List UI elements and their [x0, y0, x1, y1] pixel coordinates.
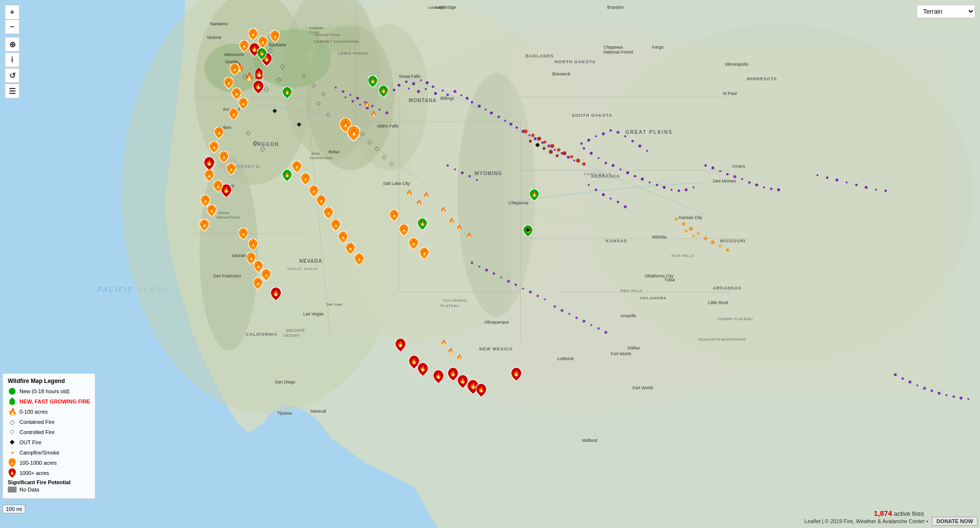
svg-point-70: [638, 145, 641, 147]
svg-point-66: [610, 129, 612, 132]
svg-text:Billings: Billings: [440, 96, 454, 101]
svg-point-43: [460, 94, 462, 96]
svg-text:Albuquerque: Albuquerque: [484, 320, 509, 325]
svg-text:Fort Worth: Fort Worth: [611, 351, 631, 356]
map-container[interactable]: PACIFIC OCEAN: [0, 0, 980, 528]
svg-point-67: [617, 131, 619, 134]
svg-point-65: [602, 132, 605, 135]
zoom-out-button[interactable]: −: [5, 19, 19, 34]
reset-button[interactable]: ↺: [5, 68, 19, 83]
legend-medium-fire-icon: 🔥: [8, 458, 17, 467]
svg-point-156: [478, 266, 480, 268]
svg-point-54: [528, 134, 530, 136]
svg-point-39: [434, 92, 437, 95]
legend-out-fire-icon: ◆: [8, 438, 17, 447]
svg-point-124: [536, 144, 540, 147]
svg-text:Tijuana: Tijuana: [277, 411, 291, 416]
svg-point-143: [371, 105, 374, 108]
svg-text:Des Moines: Des Moines: [713, 179, 736, 183]
svg-point-168: [568, 313, 570, 315]
svg-text:NEVADA: NEVADA: [299, 258, 322, 264]
svg-point-63: [587, 139, 590, 142]
svg-point-87: [692, 186, 694, 188]
svg-point-97: [770, 188, 773, 190]
legend-campfire-icon: 🔸: [8, 448, 17, 457]
legend-no-data-label: No Data: [19, 486, 39, 493]
svg-point-86: [685, 188, 688, 191]
compass-button[interactable]: ⊕: [5, 37, 19, 52]
svg-text:Cheyenne: Cheyenne: [508, 200, 528, 205]
svg-text:FLIN HILLS: FLIN HILLS: [671, 254, 694, 258]
svg-point-119: [563, 151, 566, 155]
svg-point-99: [817, 174, 818, 176]
svg-text:Amarillo: Amarillo: [620, 313, 636, 318]
map-type-dropdown[interactable]: Terrain Satellite Roadmap Hybrid: [917, 5, 975, 18]
legend-fast-fire-label: NEW, FAST GROWING FIRE: [19, 398, 90, 405]
legend-new-fire-icon: [8, 387, 17, 396]
legend-campfire-label: Campfire/Smoke: [19, 449, 59, 456]
svg-point-82: [656, 184, 658, 186]
svg-point-125: [543, 147, 545, 150]
layers-button[interactable]: ☰: [5, 84, 19, 98]
svg-point-90: [719, 170, 721, 172]
info-button[interactable]: i: [5, 53, 19, 67]
svg-point-157: [485, 269, 488, 272]
scale-label: 100 mi: [6, 506, 22, 512]
svg-point-40: [442, 90, 444, 91]
svg-point-179: [931, 390, 933, 392]
attribution-text: Leaflet | © 2019 Fire, Weather & Avalanc…: [804, 518, 928, 524]
svg-point-175: [902, 378, 904, 380]
svg-point-37: [425, 88, 427, 90]
svg-point-111: [617, 201, 619, 203]
legend-new-fire: New (0-18 hours old): [8, 387, 90, 396]
svg-point-75: [605, 162, 607, 164]
svg-point-96: [763, 186, 765, 188]
svg-text:Mexicali: Mexicali: [310, 409, 327, 414]
svg-point-52: [516, 127, 518, 129]
svg-point-50: [504, 120, 506, 122]
donate-button[interactable]: DONATE NOW: [932, 517, 978, 526]
svg-point-183: [960, 397, 962, 400]
svg-point-172: [598, 328, 600, 330]
legend-small-fire-label: 0-100 acres: [19, 408, 48, 415]
svg-text:National Forest: National Forest: [309, 156, 333, 160]
legend-large-fire: 🔥 1000+ acres: [8, 469, 90, 477]
map-type-selector[interactable]: Terrain Satellite Roadmap Hybrid: [917, 5, 975, 18]
svg-text:Bismarck: Bismarck: [552, 72, 571, 76]
svg-point-176: [908, 381, 911, 383]
svg-point-174: [894, 373, 897, 376]
svg-point-60: [567, 156, 570, 159]
legend-campfire: 🔸 Campfire/Smoke: [8, 448, 90, 457]
svg-text:OUACHITA MOUNTAINS: OUACHITA MOUNTAINS: [698, 337, 746, 342]
svg-text:🔥: 🔥: [10, 460, 15, 465]
svg-point-135: [726, 249, 729, 252]
svg-point-104: [865, 186, 868, 189]
svg-text:GREAT BASIN: GREAT BASIN: [287, 267, 318, 271]
svg-point-101: [835, 179, 838, 182]
other-controls: ⊕ i ↺ ☰: [5, 37, 19, 98]
zoom-in-button[interactable]: +: [5, 5, 19, 19]
svg-text:Great Falls: Great Falls: [399, 74, 421, 79]
svg-point-30: [405, 81, 408, 83]
svg-text:Fort Worth: Fort Worth: [633, 385, 653, 390]
svg-text:National Forest: National Forest: [217, 216, 240, 219]
svg-point-167: [561, 309, 563, 312]
svg-text:Kansas City: Kansas City: [679, 215, 703, 220]
svg-text:MINNESOTA: MINNESOTA: [747, 76, 777, 81]
legend: Wildfire Map Legend New (0-18 hours old)…: [2, 373, 95, 499]
svg-text:Chippewa: Chippewa: [603, 45, 623, 50]
svg-text:SOUTH DAKOTA: SOUTH DAKOTA: [572, 113, 613, 118]
legend-large-fire-label: 1000+ acres: [19, 470, 49, 476]
svg-point-173: [604, 331, 607, 334]
svg-text:NEW MEXICO: NEW MEXICO: [479, 346, 513, 351]
legend-medium-fire: 🔥 100-1000 acres: [8, 458, 90, 467]
svg-point-94: [748, 182, 751, 184]
svg-point-163: [529, 291, 532, 293]
svg-point-103: [855, 184, 858, 186]
svg-text:OREGON: OREGON: [253, 142, 279, 147]
svg-point-126: [549, 150, 553, 154]
svg-point-57: [547, 145, 550, 147]
svg-point-48: [490, 111, 493, 114]
svg-text:Portland: Portland: [223, 107, 240, 112]
svg-point-137: [692, 235, 695, 237]
